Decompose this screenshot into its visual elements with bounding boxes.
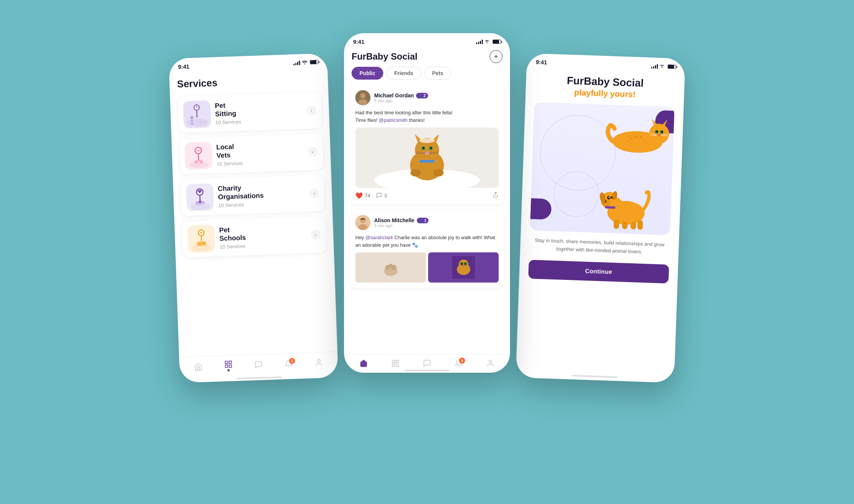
- nav-grid-left[interactable]: [224, 360, 233, 372]
- service-text-pet-sitting: PetSitting 10 Services: [210, 99, 307, 126]
- svg-point-46: [318, 360, 321, 363]
- service-item-local-vets[interactable]: LocalVets 15 Services ›: [179, 134, 324, 175]
- svg-marker-92: [651, 119, 658, 126]
- chevron-charity: ›: [309, 188, 319, 198]
- svg-rect-37: [197, 241, 206, 246]
- notification-badge-left: 3: [289, 358, 295, 364]
- phone-left: 9:41 Services: [169, 53, 338, 383]
- cat-snow-illustration: [355, 128, 499, 188]
- svg-rect-109: [631, 221, 636, 229]
- chevron-pet-schools: ›: [310, 230, 321, 240]
- svg-rect-107: [614, 219, 619, 229]
- cat-illustration: [597, 112, 671, 158]
- dog-illustration: [595, 181, 664, 231]
- svg-rect-88: [392, 364, 395, 366]
- pet-illustrations: [530, 102, 675, 235]
- svg-point-78: [389, 264, 393, 267]
- service-text-charity: CharityOrganisations 10 Services: [213, 182, 310, 209]
- svg-rect-86: [396, 360, 398, 363]
- heart-icon-1: ❤️: [355, 192, 363, 199]
- continue-button[interactable]: Continue: [528, 260, 669, 283]
- signal-center: [476, 40, 483, 44]
- nav-chat-center[interactable]: [423, 359, 431, 367]
- chevron-pet-sitting: ›: [306, 105, 316, 115]
- phone-right: 9:41 FurBaby Social playfully yours!: [516, 53, 685, 383]
- dog-img: [452, 256, 475, 279]
- svg-point-74: [358, 224, 367, 230]
- svg-point-69: [410, 169, 421, 177]
- nav-home-left[interactable]: [194, 363, 203, 371]
- service-item-pet-sitting[interactable]: PetSitting 10 Services ›: [178, 92, 322, 133]
- home-icon-left: [194, 363, 203, 371]
- nav-chat-left[interactable]: [254, 360, 263, 369]
- avatar-alison: [355, 215, 370, 230]
- purple-blob-bottom: [530, 198, 552, 220]
- post-img-2b: [428, 252, 499, 283]
- dog-paw-img: [379, 256, 402, 279]
- michael-avatar-img: [355, 90, 370, 105]
- post-time-1: 5 min ago: [374, 98, 499, 103]
- svg-point-49: [358, 99, 367, 105]
- tab-friends[interactable]: Friends: [386, 67, 421, 80]
- nav-bell-left[interactable]: 3: [284, 360, 293, 368]
- time-center: 9:41: [353, 38, 364, 45]
- post-image-1: [355, 128, 499, 188]
- like-button-1[interactable]: ❤️ 74: [355, 192, 370, 199]
- home-indicator-center: [344, 370, 510, 373]
- service-count-charity: 10 Services: [218, 200, 305, 208]
- chat-icon-center: [423, 359, 431, 367]
- svg-rect-108: [622, 221, 628, 229]
- services-content: Services: [169, 67, 337, 357]
- active-dot-left: [227, 369, 230, 371]
- service-icon-pet-sitting: [183, 100, 211, 128]
- svg-rect-42: [225, 361, 228, 364]
- wifi-icon-center: [485, 40, 491, 44]
- bar1: [293, 63, 295, 65]
- filter-tabs: Public Friends Pets: [344, 67, 510, 85]
- svg-rect-44: [229, 365, 232, 367]
- nav-profile-left[interactable]: [315, 358, 323, 367]
- svg-rect-21: [198, 154, 200, 161]
- svg-point-81: [459, 260, 468, 269]
- wifi-icon-right: [660, 64, 666, 69]
- post-time-2: 5 min ago: [374, 223, 499, 228]
- service-text-pet-schools: PetSchools 10 Services: [215, 223, 311, 250]
- svg-point-82: [460, 262, 463, 265]
- nav-bell-center[interactable]: 3: [455, 359, 463, 367]
- splash-subtitle: playfully yours!: [574, 88, 636, 100]
- service-name-charity: CharityOrganisations: [218, 182, 305, 201]
- post-text-2: Hey @sarahclark Charlie was an absolute …: [355, 234, 499, 249]
- time-right: 9:41: [536, 59, 547, 66]
- svg-rect-36: [201, 236, 202, 241]
- post-img-2a: [355, 252, 426, 283]
- svg-rect-24: [198, 161, 199, 163]
- post-header-2: Alison Mitchelle 🐾 1 5 min ago: [355, 215, 499, 230]
- nav-profile-center[interactable]: [486, 359, 495, 367]
- svg-rect-43: [229, 361, 232, 364]
- svg-rect-29: [199, 196, 200, 201]
- tab-pets[interactable]: Pets: [424, 67, 452, 80]
- post-header-1: Michael Gordan 🐾 2 5 min ago: [355, 90, 499, 105]
- add-post-button[interactable]: +: [490, 50, 502, 63]
- svg-rect-110: [637, 220, 643, 230]
- share-button-1[interactable]: [493, 192, 499, 199]
- bar3: [297, 61, 298, 65]
- nav-grid-center[interactable]: [391, 359, 399, 367]
- service-item-charity[interactable]: CharityOrganisations 10 Services ›: [180, 175, 325, 216]
- status-icons-left: [293, 60, 318, 65]
- paw-badge-1: 🐾 2: [416, 93, 428, 98]
- post-user-info-2: Alison Mitchelle 🐾 1 5 min ago: [374, 217, 499, 228]
- battery-right: [668, 65, 676, 69]
- nav-home-center[interactable]: [359, 359, 368, 367]
- tab-public[interactable]: Public: [352, 67, 383, 80]
- comment-button-1[interactable]: 3: [376, 192, 387, 198]
- avatar-michael: [355, 90, 370, 105]
- grid-icon-center: [391, 359, 399, 367]
- bottom-nav-center: 3: [344, 354, 510, 370]
- post-username-2: Alison Mitchelle 🐾 1: [374, 217, 499, 223]
- battery-center: [493, 40, 501, 44]
- mention-1: @patricsmith: [379, 117, 407, 123]
- service-item-pet-schools[interactable]: PetSchools 10 Services ›: [182, 216, 326, 257]
- services-title: Services: [177, 74, 321, 90]
- bar2: [295, 63, 296, 65]
